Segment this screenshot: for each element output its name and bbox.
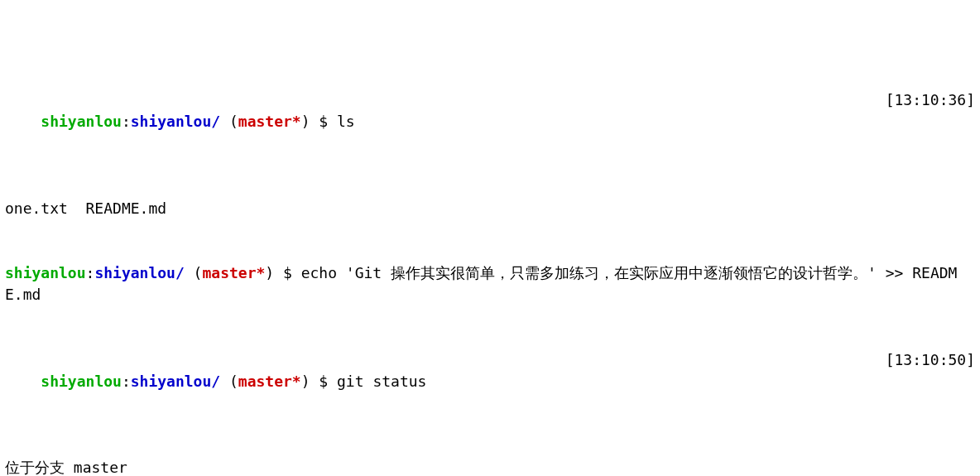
- command: ls: [337, 113, 355, 130]
- timestamp: [13:10:50]: [869, 349, 975, 371]
- prompt-user: shiyanlou: [5, 264, 86, 281]
- output-line: 位于分支 master: [5, 457, 975, 476]
- prompt-path: shiyanlou/: [94, 264, 184, 281]
- terminal-line-5: shiyanlou:shiyanlou/ (master*) $ git sta…: [5, 349, 975, 414]
- prompt-path: shiyanlou/: [131, 113, 220, 130]
- output-line: one.txt README.md: [5, 198, 975, 219]
- prompt-user: shiyanlou: [41, 113, 122, 130]
- terminal-line-1: shiyanlou:shiyanlou/ (master*) $ ls [13:…: [5, 89, 975, 154]
- command: git status: [337, 373, 426, 390]
- prompt-path: shiyanlou/: [131, 373, 220, 390]
- prompt-branch: master*: [202, 264, 265, 281]
- prompt-branch: master*: [238, 373, 301, 390]
- prompt-user: shiyanlou: [41, 373, 122, 390]
- prompt-branch: master*: [238, 113, 301, 130]
- terminal-line-3: shiyanlou:shiyanlou/ (master*) $ echo 'G…: [5, 262, 975, 305]
- timestamp: [13:10:36]: [869, 89, 975, 111]
